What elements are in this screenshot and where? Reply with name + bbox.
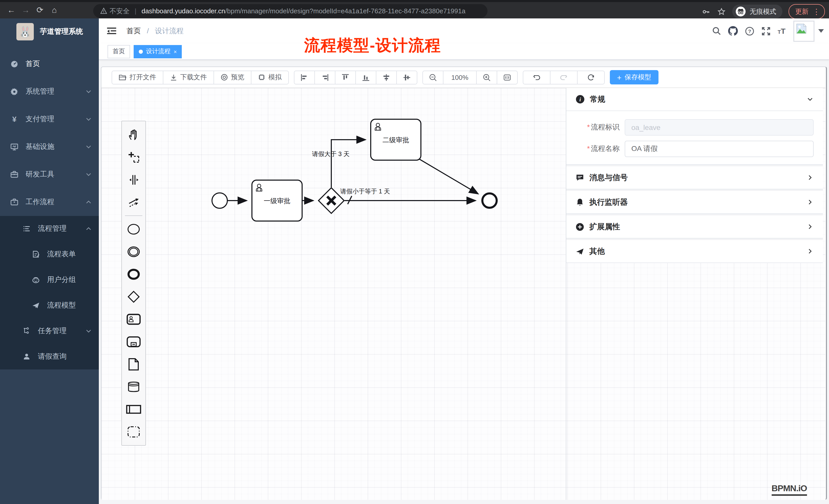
fullscreen-icon[interactable] (761, 26, 770, 36)
chevron-right-icon (806, 248, 814, 255)
browser-update-button[interactable]: 更新 ⋮ (789, 4, 825, 19)
tab-home[interactable]: 首页 (108, 45, 130, 58)
sidebar-item-label: 流程表单 (47, 250, 76, 259)
sidebar-item-label: 支付管理 (26, 115, 54, 124)
button-label: 保存模型 (625, 73, 651, 82)
download-icon (170, 74, 177, 81)
undo-button[interactable] (523, 71, 550, 84)
chevron-down-icon (806, 96, 814, 103)
download-file-button[interactable]: 下载文件 (163, 71, 214, 84)
search-icon[interactable] (712, 27, 721, 35)
zoom-reset-button[interactable] (497, 71, 517, 84)
user-task-first[interactable]: 一级审批 (252, 180, 302, 221)
tab-design-process[interactable]: 设计流程 × (134, 45, 182, 58)
user-task-second[interactable]: 二级审批 (371, 119, 421, 160)
field-label: 流程标识 (591, 123, 620, 131)
align-bottom-button[interactable] (356, 71, 376, 84)
align-right-button[interactable] (315, 71, 335, 84)
save-model-button[interactable]: + 保存模型 (610, 70, 658, 84)
restart-button[interactable] (578, 71, 604, 84)
password-key-icon[interactable] (701, 7, 711, 16)
briefcase-icon (10, 170, 19, 179)
browser-menu-icon[interactable]: ⋮ (813, 7, 820, 16)
breadcrumb-home[interactable]: 首页 (127, 26, 141, 35)
tab-close-icon[interactable]: × (174, 48, 177, 54)
browser-reload-button[interactable]: ⟳ (33, 2, 47, 18)
create-data-object[interactable] (122, 353, 145, 376)
general-form: *流程标识 *流程名称 (566, 111, 823, 165)
chevron-right-icon (806, 223, 814, 230)
sidebar-item-user-group[interactable]: 用户分组 (0, 267, 99, 293)
properties-panel: i 常规 *流程标识 *流程名称 (566, 88, 823, 500)
section-title: 其他 (589, 246, 605, 256)
broken-image-icon (796, 23, 807, 34)
sidebar-item-label: 基础设施 (26, 142, 54, 151)
avatar[interactable] (794, 21, 814, 41)
github-icon[interactable] (728, 26, 737, 36)
sidebar-item-process-model[interactable]: 流程模型 (0, 293, 99, 318)
simulate-button[interactable]: 模拟 (251, 71, 288, 84)
briefcase-icon (10, 198, 19, 206)
section-title: 消息与信号 (589, 173, 628, 183)
align-left-button[interactable] (294, 71, 315, 84)
sidebar-item-devtools[interactable]: 研发工具 (0, 161, 99, 188)
sidebar-item-label: 首页 (26, 60, 40, 69)
form-row-process-key: *流程标识 (576, 119, 814, 135)
browser-home-button[interactable]: ⌂ (47, 2, 62, 18)
align-horizontal-center-button[interactable] (397, 71, 417, 84)
end-event[interactable] (482, 193, 497, 208)
sidebar-item-leave-query[interactable]: 请假查询 (0, 344, 99, 370)
sidebar-item-process-manage[interactable]: 流程管理 (0, 216, 99, 241)
sidebar-item-task-manage[interactable]: 任务管理 (0, 318, 99, 344)
sidebar-item-workflow[interactable]: 工作流程 (0, 188, 99, 216)
tab-label: 设计流程 (146, 47, 171, 56)
sidebar-item-infrastructure[interactable]: 基础设施 (0, 133, 99, 161)
section-messages[interactable]: 消息与信号 (566, 166, 823, 189)
bpmn-io-watermark[interactable]: BPMN.iO (772, 483, 807, 496)
browser-forward-button[interactable]: → (19, 2, 33, 18)
chevron-down-icon (85, 144, 92, 150)
sidebar-item-system[interactable]: 系统管理 (0, 78, 99, 105)
process-key-input[interactable] (625, 119, 814, 135)
flow-task2-to-end[interactable] (419, 159, 478, 194)
bpmn-canvas[interactable]: 请假大于 3 天 请假小于等于 1 天 一级审批 (101, 87, 825, 500)
section-general[interactable]: i 常规 (566, 88, 823, 111)
button-label: 下载文件 (180, 73, 207, 82)
chevron-down-icon (85, 88, 92, 95)
flow-label-gt3[interactable]: 请假大于 3 天 (312, 150, 350, 157)
help-icon[interactable]: ? (745, 26, 754, 36)
sidebar-fold-icon[interactable] (107, 27, 116, 35)
active-tab-dot (139, 49, 143, 53)
open-file-button[interactable]: 打开文件 (112, 71, 163, 84)
incognito-badge: 无痕模式 (732, 5, 783, 18)
create-data-store[interactable] (122, 376, 145, 398)
sidebar-item-home[interactable]: 首页 (0, 50, 99, 78)
yen-icon: ¥ (10, 115, 19, 123)
zoom-out-button[interactable] (423, 71, 443, 84)
preview-button[interactable]: 预览 (214, 71, 251, 84)
start-event[interactable] (212, 193, 227, 208)
bookmark-star-icon[interactable] (717, 7, 726, 16)
zoom-in-button[interactable] (477, 71, 497, 84)
process-name-input[interactable] (625, 141, 814, 157)
sidebar-item-process-form[interactable]: 流程表单 (0, 241, 99, 267)
section-listeners[interactable]: 执行监听器 (566, 191, 823, 214)
font-size-icon[interactable]: TT (778, 27, 786, 35)
flow-label-le1[interactable]: 请假小于等于 1 天 (340, 188, 390, 195)
sidebar-item-payment[interactable]: ¥ 支付管理 (0, 105, 99, 133)
create-participant[interactable] (122, 398, 145, 421)
address-bar[interactable]: 不安全 | dashboard.yudao.iocoder.cn/bpm/man… (93, 4, 488, 18)
app-header: 首页 / 设计流程 ? TT (99, 18, 829, 43)
redo-button[interactable] (550, 71, 578, 84)
paper-plane-icon (576, 247, 584, 256)
align-top-button[interactable] (335, 71, 356, 84)
align-vertical-center-button[interactable] (376, 71, 397, 84)
browser-back-button[interactable]: ← (4, 2, 19, 18)
caret-down-icon[interactable] (818, 29, 824, 33)
create-group[interactable] (122, 421, 145, 443)
flow-gateway-to-task2[interactable] (331, 140, 366, 187)
plus-circle-icon (576, 222, 584, 231)
chevron-down-icon (85, 171, 92, 178)
section-other[interactable]: 其他 (566, 240, 823, 263)
section-extension-properties[interactable]: 扩展属性 (566, 216, 823, 238)
